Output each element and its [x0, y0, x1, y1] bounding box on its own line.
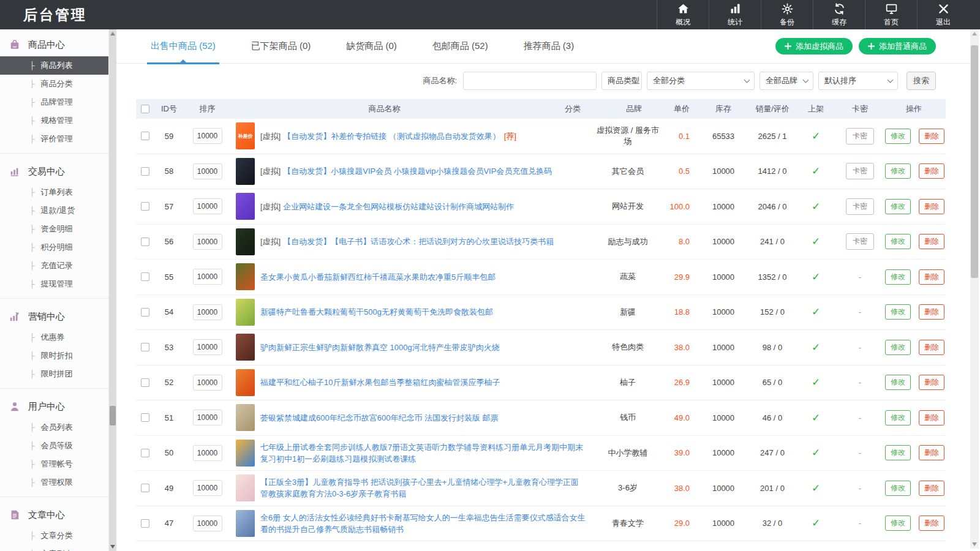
product-thumbnail[interactable]	[236, 440, 255, 467]
select-all-checkbox[interactable]	[141, 105, 149, 113]
delete-button[interactable]: 删除	[919, 199, 944, 214]
product-name-link[interactable]: 七年级上册试卷全套同步训练人教版7册语文英语听力数学辅导资料练习册单元月考期中期…	[260, 443, 583, 463]
sort-order-input[interactable]	[193, 163, 222, 179]
row-checkbox[interactable]	[141, 132, 149, 140]
delete-button[interactable]: 删除	[919, 445, 944, 460]
sidebar-item-限时折扣[interactable]: ├限时折扣	[0, 347, 108, 365]
product-name-input[interactable]	[463, 72, 597, 90]
sidebar-scrollbar[interactable]	[109, 29, 116, 551]
row-checkbox[interactable]	[141, 202, 149, 211]
sidebar-item-积分明细[interactable]: ├积分明细	[0, 238, 108, 257]
sidebar-item-充值记录[interactable]: ├充值记录	[0, 257, 108, 275]
topbar-nav-item[interactable]: 概况	[657, 0, 709, 29]
product-thumbnail[interactable]	[236, 334, 255, 361]
edit-button[interactable]: 修改	[885, 481, 911, 496]
tab[interactable]: 缺货商品 (0)	[346, 29, 397, 64]
kami-button[interactable]: 卡密	[846, 163, 874, 179]
product-name-link[interactable]: 企业网站建设一条龙全包网站模板仿站建站设计制作商城网站制作	[283, 202, 514, 211]
sort-order-input[interactable]	[193, 445, 222, 461]
product-name-link[interactable]: 【自动发货】小猿搜题VIP会员 小猿搜题vip小猿搜题会员VIP会员充值兑换码	[283, 167, 552, 176]
product-name-link[interactable]: 福建平和红心柚子10斤新鲜水果包邮当季整箱红肉蜜柚管溪应季柚子	[260, 378, 500, 387]
product-thumbnail[interactable]	[236, 369, 255, 396]
page-scrollbar[interactable]	[970, 29, 979, 549]
row-checkbox[interactable]	[141, 484, 149, 492]
sidebar-item-管理帐号[interactable]: ├管理帐号	[0, 455, 108, 473]
product-name-link[interactable]: 【正版全3册】儿童教育指导书 把话说到孩子心里去+儿童情绪心理学+儿童教育心理学…	[260, 478, 579, 498]
product-name-link[interactable]: 新疆特产吐鲁番大颗粒葡萄干500g无籽黄葡萄干免洗即食散装包邮	[260, 307, 493, 317]
sort-order-input[interactable]	[193, 339, 222, 355]
product-thumbnail[interactable]	[236, 299, 255, 326]
sort-order-input[interactable]	[193, 410, 222, 425]
row-checkbox[interactable]	[141, 449, 149, 457]
delete-button[interactable]: 删除	[919, 375, 944, 390]
sidebar-scrollbar-thumb[interactable]	[110, 406, 116, 425]
sort-order-input[interactable]	[193, 234, 222, 250]
delete-button[interactable]: 删除	[919, 234, 944, 249]
edit-button[interactable]: 修改	[885, 234, 911, 249]
add-virtual-product-button[interactable]: 添加虚拟商品	[775, 38, 853, 54]
product-thumbnail[interactable]	[236, 158, 255, 185]
sort-order-input[interactable]	[193, 269, 222, 285]
sidebar-item-资金明细[interactable]: ├资金明细	[0, 220, 108, 238]
row-checkbox[interactable]	[141, 167, 149, 176]
tab[interactable]: 已下架商品 (0)	[251, 29, 311, 64]
edit-button[interactable]: 修改	[885, 340, 911, 355]
sort-order-input[interactable]	[193, 515, 222, 531]
scroll-down-arrow-icon[interactable]	[110, 545, 115, 549]
scroll-up-arrow-icon[interactable]	[972, 32, 977, 36]
sidebar-item-退款/退货[interactable]: ├退款/退货	[0, 201, 108, 220]
edit-button[interactable]: 修改	[885, 445, 911, 460]
sidebar-item-会员等级[interactable]: ├会员等级	[0, 437, 108, 455]
sort-order-input[interactable]	[193, 480, 222, 496]
search-button[interactable]: 搜索	[907, 72, 936, 90]
edit-button[interactable]: 修改	[885, 410, 911, 425]
product-thumbnail[interactable]	[236, 404, 255, 431]
product-thumbnail[interactable]: 补差价	[236, 122, 255, 149]
sidebar-item-评价管理[interactable]: ├评价管理	[0, 130, 108, 148]
sidebar-item-限时拼团[interactable]: ├限时拼团	[0, 365, 108, 383]
delete-button[interactable]: 删除	[919, 269, 944, 285]
sort-order-input[interactable]	[193, 375, 222, 391]
topbar-nav-item[interactable]: 统计	[709, 0, 761, 29]
scroll-down-arrow-icon[interactable]	[972, 542, 977, 546]
kami-button[interactable]: 卡密	[846, 128, 874, 144]
sort-order-input[interactable]	[193, 198, 222, 214]
category-select[interactable]: 全部分类	[647, 72, 755, 90]
product-name-link[interactable]: 【自动发货】补差价专拍链接 （测试虚拟物品自动发货效果）	[283, 132, 500, 141]
add-normal-product-button[interactable]: 添加普通商品	[859, 38, 936, 54]
topbar-nav-item[interactable]: 备份	[761, 0, 813, 29]
sidebar-item-文章分类[interactable]: ├文章分类	[0, 527, 108, 545]
kami-button[interactable]: 卡密	[846, 233, 874, 250]
delete-button[interactable]: 删除	[919, 410, 944, 425]
row-checkbox[interactable]	[141, 238, 149, 246]
product-thumbnail[interactable]	[236, 474, 255, 501]
sidebar-item-品牌管理[interactable]: ├品牌管理	[0, 93, 108, 111]
topbar-nav-item[interactable]: 退出	[917, 0, 969, 29]
product-thumbnail[interactable]	[236, 510, 255, 537]
kami-button[interactable]: 卡密	[846, 198, 874, 215]
edit-button[interactable]: 修改	[885, 375, 911, 390]
tab[interactable]: 推荐商品 (3)	[524, 29, 575, 64]
sidebar-item-优惠券[interactable]: ├优惠券	[0, 328, 108, 347]
brand-select[interactable]: 全部品牌	[760, 72, 813, 90]
edit-button[interactable]: 修改	[885, 304, 911, 320]
edit-button[interactable]: 修改	[885, 515, 911, 531]
product-name-link[interactable]: 圣女果小黄瓜小番茄新鲜西红柿千禧蔬菜水果助农净重5斤顺丰包邮	[260, 272, 496, 282]
delete-button[interactable]: 删除	[919, 481, 944, 496]
row-checkbox[interactable]	[141, 308, 149, 317]
row-checkbox[interactable]	[141, 272, 149, 281]
sidebar-item-文章列表[interactable]: ├文章列表	[0, 545, 108, 551]
sort-order-input[interactable]	[193, 128, 222, 144]
sidebar-item-提现管理[interactable]: ├提现管理	[0, 275, 108, 293]
topbar-nav-item[interactable]: 首页	[865, 0, 917, 29]
page-scrollbar-thumb[interactable]	[971, 45, 978, 278]
sidebar-item-管理权限[interactable]: ├管理权限	[0, 473, 108, 492]
sidebar-item-商品列表[interactable]: ├商品列表	[0, 56, 108, 75]
tab[interactable]: 包邮商品 (52)	[432, 29, 488, 64]
edit-button[interactable]: 修改	[885, 129, 911, 144]
sidebar-item-订单列表[interactable]: ├订单列表	[0, 183, 108, 201]
product-name-link[interactable]: 驴肉新鲜正宗生鲜驴肉新鲜散养真空 1000g河北特产生带皮驴肉火烧	[260, 343, 500, 352]
product-name-link[interactable]: 【自动发货】【电子书】话语攻心术：把话说到对方的心坎里说话技巧类书籍	[283, 237, 554, 246]
delete-button[interactable]: 删除	[919, 515, 944, 531]
scroll-up-arrow-icon[interactable]	[110, 32, 115, 36]
